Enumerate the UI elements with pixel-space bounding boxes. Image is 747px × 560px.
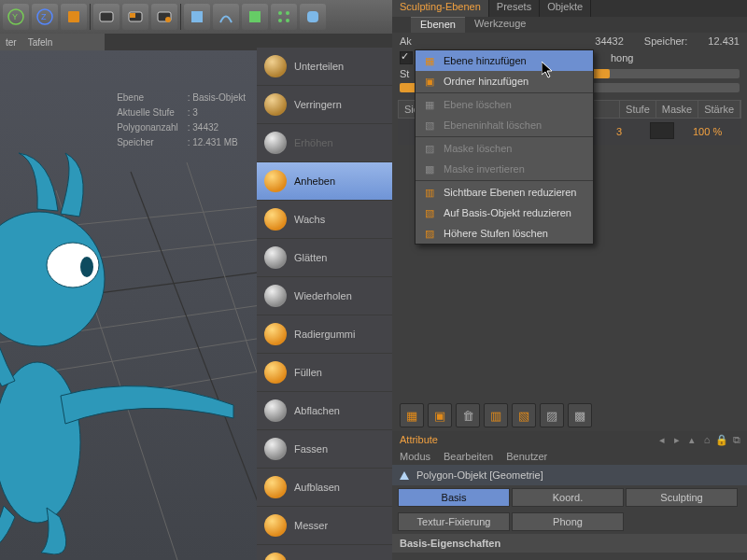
primitive-cube-icon[interactable] (184, 4, 210, 30)
tool-wax[interactable]: Wachs (257, 200, 392, 238)
merge-visible-icon[interactable]: ▥ (484, 403, 508, 427)
viewport[interactable]: Ebene: Basis-Objekt Aktuelle Stufe: 3 Po… (0, 50, 257, 560)
checkbox-phong[interactable] (400, 51, 413, 64)
subtab-ebenen[interactable]: Ebenen (411, 17, 465, 33)
menu-clear-layer: ▧Ebeneninhalt löschen (416, 115, 593, 135)
inflate-icon (264, 476, 287, 498)
menu-add-layer[interactable]: ▦Ebene hinzufügen (416, 50, 593, 71)
attrtab-textur[interactable]: Textur-Fixierung (398, 512, 510, 531)
tool-flatten[interactable]: Abflachen (257, 391, 392, 429)
tool-pinch[interactable]: Einschnüren (257, 544, 392, 560)
menu-delete-higher[interactable]: ▨Höhere Stufen löschen (416, 223, 593, 244)
add-folder-icon[interactable]: ▣ (428, 403, 452, 427)
increase-icon (264, 132, 287, 154)
context-menu: ▦Ebene hinzufügen ▣Ordner hinzufügen ▦Eb… (415, 49, 594, 245)
svg-text:Z: Z (41, 12, 47, 21)
nav-up-icon[interactable]: ▴ (685, 433, 698, 446)
subtab-werkzeuge[interactable]: Werkzeuge (465, 17, 535, 33)
nav-lock-icon[interactable]: 🔒 (715, 433, 728, 446)
delete-layer-icon[interactable]: 🗑 (456, 403, 480, 427)
axis-z-icon[interactable]: Z (32, 4, 58, 30)
attribute-nav-icons: ◂ ▸ ▴ ⌂ 🔒 ⧉ (652, 431, 747, 448)
svg-rect-16 (307, 11, 318, 22)
spline-icon[interactable] (213, 4, 239, 30)
clear-icon: ▧ (423, 119, 436, 132)
merge-base-icon[interactable]: ▧ (512, 403, 536, 427)
layer-iconbar: ▦ ▣ 🗑 ▥ ▧ ▨ ▩ (400, 403, 592, 427)
fill-icon (264, 361, 287, 384)
top-toolbar: Y Z (0, 0, 398, 34)
attrtab-koord[interactable]: Koord. (512, 488, 624, 507)
svg-point-9 (165, 17, 171, 22)
tool-grab[interactable]: Fassen (257, 429, 392, 468)
reduce-visible-icon: ▥ (423, 186, 436, 199)
attr-modus[interactable]: Modus (400, 451, 430, 462)
tool-inflate[interactable]: Aufblasen (257, 468, 392, 506)
viewport-hud: Ebene: Basis-Objekt Aktuelle Stufe: 3 Po… (111, 90, 251, 151)
svg-rect-4 (68, 11, 79, 22)
flatten-icon (264, 399, 287, 422)
render-icon[interactable] (93, 4, 120, 30)
secondrow-1[interactable]: ter (6, 37, 17, 48)
tool-reduce[interactable]: Verringern (257, 85, 392, 123)
repeat-icon (264, 285, 287, 307)
attrtab-basis[interactable]: Basis (398, 488, 510, 507)
delete-higher-icon: ▨ (423, 227, 436, 240)
wax-icon (264, 208, 287, 231)
add-layer-icon: ▦ (423, 54, 436, 67)
attr-section: Basis-Eigenschaften (392, 534, 747, 553)
pinch-icon (264, 553, 287, 560)
attrtab-phong[interactable]: Phong (512, 512, 624, 531)
attr-benutzer[interactable]: Benutzer (506, 451, 547, 462)
nav-home-icon[interactable]: ⌂ (700, 433, 713, 446)
tab-presets[interactable]: Presets (489, 0, 540, 17)
render-settings-icon[interactable] (151, 4, 177, 30)
tool-subdivide[interactable]: Unterteilen (257, 47, 392, 85)
secondrow-2[interactable]: Tafeln (28, 37, 53, 48)
tool-fill[interactable]: Füllen (257, 353, 392, 391)
attr-object-row[interactable]: Polygon-Objekt [Geometrie] (392, 465, 747, 485)
nav-prev-icon[interactable]: ◂ (655, 433, 669, 446)
svg-point-26 (0, 362, 80, 523)
svg-rect-5 (100, 12, 113, 21)
menu-reduce-visible[interactable]: ▥Sichtbare Ebenen reduzieren (416, 182, 593, 203)
menu-add-folder[interactable]: ▣Ordner hinzufügen (416, 71, 593, 91)
attrtab-sculpt[interactable]: Sculpting (626, 488, 738, 507)
axis-y-icon[interactable]: Y (3, 4, 29, 30)
nav-new-icon[interactable]: ⧉ (730, 433, 743, 446)
render-region-icon[interactable] (122, 4, 148, 30)
svg-rect-7 (130, 13, 135, 18)
delete-icon: ▦ (423, 98, 436, 111)
tab-objekte[interactable]: Objekte (540, 0, 591, 17)
tab-sculpting-ebenen[interactable]: Sculpting-Ebenen (392, 0, 489, 17)
mask-checkbox[interactable] (650, 122, 674, 139)
second-row: ter Tafeln (0, 34, 105, 50)
knife-icon (264, 514, 287, 537)
mograph-icon[interactable] (271, 4, 297, 30)
mask-invert-icon: ▩ (423, 162, 436, 175)
cube-tool-icon[interactable] (61, 4, 87, 30)
svg-point-12 (278, 11, 282, 15)
tool-knife[interactable]: Messer (257, 506, 392, 544)
svg-point-13 (286, 11, 289, 15)
menu-reduce-base[interactable]: ▧Auf Basis-Objekt reduzieren (416, 203, 593, 223)
tool-eraser[interactable]: Radiergummi (257, 315, 392, 353)
sculpt-tool-column: Unterteilen Verringern Erhöhen Anheben W… (257, 34, 392, 560)
svg-text:Y: Y (12, 12, 18, 21)
tool-smooth[interactable]: Glätten (257, 238, 392, 276)
svg-point-29 (80, 257, 93, 277)
tool-pull[interactable]: Anheben (257, 161, 392, 200)
attr-bearbeiten[interactable]: Bearbeiten (444, 451, 493, 462)
add-layer-icon[interactable]: ▦ (400, 403, 424, 427)
generator-icon[interactable] (242, 4, 268, 30)
invert-mask-icon[interactable]: ▩ (568, 403, 592, 427)
svg-point-15 (286, 19, 289, 22)
pull-icon (264, 170, 287, 192)
tool-repeat[interactable]: Wiederholen (257, 276, 392, 315)
menu-invert-mask: ▩Maske invertieren (416, 159, 593, 179)
clear-mask-icon[interactable]: ▨ (540, 403, 564, 427)
nav-next-icon[interactable]: ▸ (670, 433, 684, 446)
mask-delete-icon: ▨ (423, 142, 436, 155)
info-row-poly: Ak 34432 Speicher: 12.431 (392, 33, 747, 49)
deformer-icon[interactable] (300, 4, 326, 30)
